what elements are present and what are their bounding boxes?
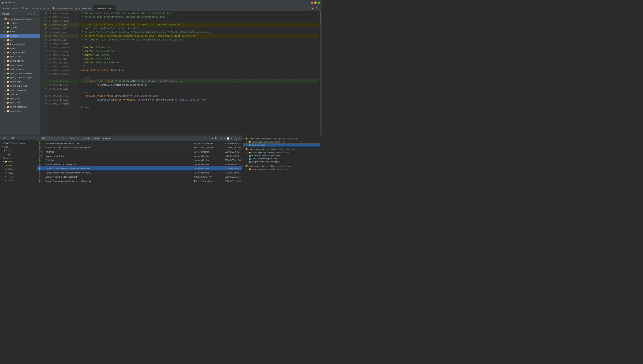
- commit-row-7[interactable]: Expose record-style accessor methods for…: [37, 170, 242, 175]
- git-toolbar-refresh[interactable]: ↻: [114, 137, 116, 140]
- commit-row-1[interactable]: OrderedMessageChannelDecorator doesn't p…: [37, 146, 242, 150]
- git-toolbar-icon7[interactable]: 🕐: [227, 137, 230, 140]
- git-search-cc[interactable]: Cc: [65, 137, 68, 140]
- sidebar-item-spring-expression[interactable]: ▶ 📁 spring-expression: [0, 84, 40, 88]
- sidebar-dropdown-icon[interactable]: ▾: [9, 13, 10, 15]
- changed-file-beanproperty[interactable]: ⬤ BeanPropertyRowMapper.java: [244, 154, 320, 157]
- branch-group-origin[interactable]: ▾ 📁 origin: [0, 160, 37, 164]
- sidebar-action-expand[interactable]: ⊞: [30, 12, 32, 15]
- sidebar-item-ci[interactable]: ▶ 📁 ci: [0, 38, 40, 42]
- sidebar-item-build[interactable]: ▶ 📁 build: [0, 30, 40, 34]
- git-date-dropdown[interactable]: Date ▾: [92, 136, 100, 140]
- commit-row-3[interactable]: Merge branch '5.2.x' Juergen Hoeller 202…: [37, 154, 242, 158]
- git-toolbar-icon4[interactable]: 🔍: [215, 137, 218, 140]
- sidebar-item-spring-jdbc[interactable]: ▶ 📁 spring-jdbc: [0, 96, 40, 100]
- sidebar-item-spring-context[interactable]: ▶ 📁 spring-context: [0, 67, 40, 71]
- settings-icon[interactable]: ≡: [318, 7, 319, 10]
- git-branch-dropdown[interactable]: Branch ▾: [69, 136, 80, 140]
- branch-remote-main[interactable]: ★ main: [0, 164, 37, 167]
- commit-row-2[interactable]: Polishing Juergen Hoeller 2020/8/29, 02:…: [37, 150, 242, 154]
- tab-constructor[interactable]: J ConstructorInterceptor.java: [20, 5, 51, 12]
- branch-remote-31x[interactable]: 🏷 3.1.x: [0, 171, 37, 175]
- git-paths-dropdown[interactable]: Paths ▾: [102, 136, 111, 140]
- sidebar-action-close[interactable]: ✕: [33, 12, 35, 15]
- project-dropdown-icon[interactable]: ▾: [14, 2, 15, 4]
- branch-remote-30x[interactable]: 🏷 3.0.x: [0, 167, 37, 171]
- git-toolbar-icon6[interactable]: ↩: [224, 137, 226, 140]
- git-search-input[interactable]: [41, 137, 64, 140]
- commit-row-0[interactable]: CloseStatus implements Serializable Ross…: [37, 141, 242, 146]
- spring-jdbc-main-module-header[interactable]: ▾ 📦 spring.spring-jdbc.main 3 files spri…: [244, 148, 320, 151]
- commit-row-5[interactable]: Specifically detect Joda-Time 2.x Juerge…: [37, 162, 242, 166]
- git-user-dropdown[interactable]: User ▾: [82, 136, 90, 140]
- git-tab-git[interactable]: Git: [0, 136, 8, 140]
- git-toolbar-icon2[interactable]: ⎇: [208, 137, 210, 140]
- commit-row-9[interactable]: Revert "OrderedMessageSender throughput …: [37, 179, 242, 182]
- branch-local-main[interactable]: ⌥ main: [0, 152, 37, 156]
- tab-abstract[interactable]: J AbstractNestablePropertyAccessor.java: [51, 5, 94, 12]
- usage-hint-3[interactable]: 2 usages: [80, 106, 318, 109]
- editor-scrollbar-thumb[interactable]: [320, 12, 321, 23]
- git-tab-log[interactable]: Log: [8, 136, 17, 140]
- tab-readme[interactable]: M README.md: [1, 5, 20, 12]
- commit-date-7: 2020/8/29, 00:51: [219, 172, 242, 174]
- changed-file-singlecolumn[interactable]: ⬤ SingleColumnRowMapper.java: [244, 160, 320, 163]
- commit-row-6[interactable]: Introduce DataClassRowMapper with record…: [37, 166, 242, 170]
- sidebar-item-spring-beans[interactable]: ▶ 📁 spring-beans: [0, 63, 40, 67]
- code-content[interactable]: * Static convenience methods for JavaBea…: [79, 12, 320, 136]
- close-window-btn[interactable]: [311, 2, 313, 4]
- sidebar-item-spring-aspects[interactable]: ▶ 📁 spring-aspects: [0, 59, 40, 63]
- branch-group-remote[interactable]: ▾ Remote: [0, 156, 37, 160]
- sidebar-item-spring-aop[interactable]: ▶ 📁 spring-aop: [0, 54, 40, 59]
- git-toolbar-nav-up[interactable]: △: [236, 137, 237, 140]
- changed-file-beanutils[interactable]: ⬤ BeanUtils.java: [244, 144, 320, 146]
- git-toolbar-icon8[interactable]: ⬆: [231, 137, 232, 140]
- project-title[interactable]: Project: [5, 1, 12, 4]
- spring-beans-subpath-header[interactable]: ▾ 📁 java/org/springframework/beans 1 fil…: [244, 140, 320, 144]
- git-toolbar-icon5[interactable]: ⚙: [220, 137, 222, 140]
- branch-head[interactable]: ● HEAD (Current Branch): [0, 141, 37, 145]
- tab-beanutils[interactable]: J BeanUtils.java ✕: [94, 5, 116, 12]
- sidebar-action-more[interactable]: ⋮: [36, 12, 38, 15]
- sidebar-item-spring-orm[interactable]: ▶ 📁 spring-orm: [0, 109, 40, 113]
- changed-file-dataclass[interactable]: ⬤ DataClassRowMapper.java: [244, 157, 320, 160]
- sidebar-item-integration-tests[interactable]: ▶ 📁 integration-tests: [0, 50, 40, 54]
- commit-row-8[interactable]: Add logPrefix to the log statement Viole…: [37, 175, 242, 179]
- changed-files-spring-jdbc-test: ▾ 📦 spring.spring-jdbc.test 4 files spri…: [242, 164, 322, 171]
- sidebar-action-sync[interactable]: ↻: [28, 12, 30, 15]
- sidebar-item-github[interactable]: ▶ 📁 .github: [0, 21, 40, 25]
- maximize-window-btn[interactable]: [318, 2, 320, 4]
- git-toolbar-close[interactable]: ✕: [238, 137, 240, 140]
- branch-remote-32x[interactable]: 🏷 3.2.x: [0, 175, 37, 178]
- sidebar-root[interactable]: ▾ 📦 spring-framework [spring]: [0, 17, 40, 21]
- sidebar-item-gradle[interactable]: ▶ 📁 .gradle: [0, 25, 40, 30]
- sidebar-item-spring-messaging[interactable]: ▶ 📁 spring-messaging: [0, 105, 40, 109]
- sidebar-item-spring-context-support[interactable]: ▶ 📁 spring-context-support: [0, 76, 40, 80]
- sidebar-item-gradle2[interactable]: ▶ 📁 gradle: [0, 46, 40, 50]
- branch-group-local[interactable]: ▾ Local: [0, 145, 37, 148]
- sidebar-item-spring-jms[interactable]: ▶ 📁 spring-jms: [0, 100, 40, 105]
- usage-hint-1[interactable]: 1 usage: [80, 76, 318, 80]
- sidebar-item-buildsrc[interactable]: ▶ 📁 buildSrc: [0, 34, 40, 38]
- branch-local-53x[interactable]: ★ 5.3.x: [0, 148, 37, 152]
- spring-jdbc-core-header[interactable]: ▾ 📁 java/org/springframework/jdbc/core 3…: [244, 151, 320, 154]
- sidebar-item-spring-context-indexer[interactable]: ▶ 📁 spring-context-indexer: [0, 71, 40, 76]
- sidebar-item-spring-instrument[interactable]: ▶ 📁 spring-instrument: [0, 88, 40, 92]
- spring-beans-module-header[interactable]: ▾ 📦 spring.spring-beans.main 1 file spri…: [244, 137, 320, 140]
- editor-scrollbar[interactable]: [320, 12, 322, 136]
- commit-author-7: Juergen Hoeller: [194, 172, 219, 174]
- usage-hint-2[interactable]: 3 usages: [80, 91, 318, 94]
- beanutils-tab-close[interactable]: ✕: [112, 8, 114, 9]
- origin-label: 📁 origin: [5, 160, 13, 163]
- git-toolbar-icon3[interactable]: 👁: [211, 137, 214, 140]
- commit-row-4[interactable]: Polishing Juergen Hoeller 2020/8/29, 01:…: [37, 158, 242, 162]
- sidebar-item-spring-jcl[interactable]: ▶ 📁 spring-jcl: [0, 92, 40, 96]
- sidebar-item-framework-bom[interactable]: ▶ 📁 framework-bom: [0, 42, 40, 46]
- minimize-window-btn[interactable]: [314, 2, 316, 4]
- branch-remote-40x[interactable]: 🏷 4.0.x: [0, 178, 37, 182]
- sidebar-item-spring-core[interactable]: ▶ 📁 spring-core: [0, 80, 40, 84]
- git-toolbar-nav-left[interactable]: ‹: [38, 137, 39, 140]
- spring-jdbc-test-module-header[interactable]: ▾ 📦 spring.spring-jdbc.test 4 files spri…: [244, 164, 320, 168]
- spring-jdbc-core-test-header[interactable]: ▾ 📁 java/org/springframework/jdbc/core 4…: [244, 168, 320, 171]
- git-toolbar-icon1[interactable]: ↻: [204, 137, 206, 140]
